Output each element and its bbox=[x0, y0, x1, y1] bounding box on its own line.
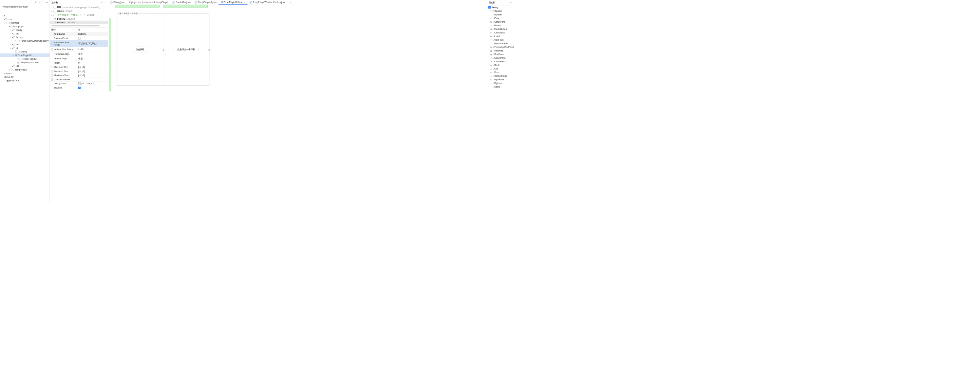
palette-item[interactable]: ⊟JTree bbox=[487, 70, 514, 74]
property-row[interactable]: Horizontal Align填充 bbox=[50, 51, 108, 56]
button1-preview[interactable]: 点击弹出一个弹框 bbox=[173, 47, 199, 53]
component-tree-item[interactable]: OK button1 : JButton bbox=[50, 21, 108, 24]
gear-icon[interactable]: ⚙ bbox=[510, 1, 512, 4]
project-tree-item[interactable]: ›▸▢test bbox=[0, 43, 49, 46]
palette-item[interactable]: AbJFormattedTextField bbox=[487, 45, 514, 49]
project-tree-item[interactable]: C ⬡Dialog bbox=[0, 50, 49, 53]
palette-item[interactable]: ▦JTextArea bbox=[487, 49, 514, 53]
property-row[interactable]: field namebutton1 bbox=[50, 32, 108, 36]
palette-item[interactable]: OKJButton bbox=[487, 24, 514, 27]
property-row[interactable]: +Vertical Size Policy已修正 bbox=[50, 47, 108, 51]
close-icon[interactable]: × bbox=[244, 1, 245, 3]
drag-handle[interactable] bbox=[208, 50, 210, 51]
palette-item[interactable]: ▭JTabbedPane bbox=[487, 74, 514, 78]
project-tree-item[interactable]: C ⬡TempPluginUI bbox=[0, 57, 49, 61]
palette-item[interactable]: ⊞JTable bbox=[487, 63, 514, 67]
chevron-down-icon[interactable]: ⌄ bbox=[6, 25, 8, 28]
palette-item[interactable]: ▾JComboBox bbox=[487, 60, 514, 63]
project-tree-item[interactable]: ⌄▸▢tempplugin bbox=[0, 25, 49, 28]
editor-tab[interactable]: CDataInDto.java bbox=[170, 0, 192, 5]
chevron-right-icon[interactable]: › bbox=[9, 43, 11, 46]
palette-item[interactable]: ··JPasswordField bbox=[487, 42, 514, 45]
tabs-more[interactable]: ⌄ bbox=[288, 0, 293, 5]
palette-item[interactable]: AbJLabel bbox=[487, 34, 514, 38]
expand-icon[interactable]: + bbox=[51, 70, 53, 72]
project-tree-item[interactable]: ⌄▸▢factory bbox=[0, 35, 49, 39]
collapse-icon[interactable]: ⌃ bbox=[42, 1, 44, 3]
chevron-down-icon[interactable]: ⌄ bbox=[12, 54, 14, 57]
chevron-down-icon[interactable]: ⌄ bbox=[51, 6, 53, 8]
editor-tab[interactable]: ◈plugin.xml (com.example.tempPlugin) bbox=[126, 0, 170, 5]
editor-tab[interactable]: CTempPluginUI.java bbox=[192, 0, 218, 5]
form-panel[interactable]: 这个大概是一个标题！！！ 点击按钮 点击弹出一个弹框 ☺ bbox=[117, 13, 209, 86]
property-row[interactable]: Vertical Align中心 bbox=[50, 56, 108, 61]
project-tree-item[interactable]: ⌄▤TempPluginUI bbox=[0, 53, 49, 57]
expand-icon[interactable]: + bbox=[51, 66, 53, 68]
chevron-down-icon[interactable]: ⌄ bbox=[51, 10, 53, 13]
color-swatch[interactable] bbox=[78, 82, 81, 85]
property-row[interactable]: +Preferred Size[-1, -1] bbox=[50, 69, 108, 74]
component-tree-item[interactable]: ⌄ "这个大概是一个标题！！！" : JPanel bbox=[50, 13, 108, 17]
expand-icon[interactable]: + bbox=[51, 74, 53, 77]
project-tree-item[interactable]: C ⬡TempPluginWindowsFactory bbox=[0, 39, 49, 43]
palette-group[interactable]: ✓ Swing bbox=[487, 5, 514, 9]
button2-preview[interactable]: 点击按钮 bbox=[132, 47, 148, 53]
property-row[interactable]: background [247,248,250] bbox=[50, 82, 108, 86]
project-tree-item[interactable]: ›▸▢dto bbox=[0, 32, 49, 35]
project-tree-item[interactable]: ▤TempPluginUI.form bbox=[0, 61, 49, 64]
palette-item[interactable]: ↕JSpinner bbox=[487, 82, 514, 85]
palette-item[interactable]: ▤JScrollPane bbox=[487, 20, 514, 24]
chevron-right-icon[interactable]: › bbox=[9, 32, 11, 35]
hide-icon[interactable]: — bbox=[46, 1, 48, 3]
property-row[interactable]: enabled✓ bbox=[50, 86, 108, 90]
chevron-down-icon[interactable]: ⌄ bbox=[4, 22, 6, 24]
drag-handle[interactable] bbox=[163, 50, 164, 51]
component-tree-item[interactable]: OK button2 : JButton bbox=[50, 17, 108, 21]
minimize-icon[interactable]: — bbox=[104, 1, 107, 4]
palette-item[interactable]: ⌶JTextField bbox=[487, 38, 514, 42]
target-icon[interactable]: ⊕ bbox=[35, 1, 37, 3]
project-tree-item[interactable]: ▸▢com bbox=[0, 18, 49, 21]
checkbox-empty-icon[interactable] bbox=[78, 37, 81, 39]
project-tree-item[interactable]: ›▸▢util bbox=[0, 64, 49, 68]
palette-item[interactable]: ☑JCheckBox bbox=[487, 31, 514, 34]
palette-item[interactable]: ⊟JSplitPane bbox=[487, 78, 514, 82]
palette-item[interactable]: ⟷HSpacer bbox=[487, 9, 514, 13]
component-tree-item[interactable]: ⌄ panel1 : JPanel bbox=[50, 9, 108, 13]
expand-icon[interactable]: + bbox=[51, 43, 53, 45]
chevron-down-icon[interactable]: ⌄ bbox=[51, 14, 53, 16]
checkbox-checked-icon[interactable]: ✓ bbox=[78, 86, 81, 89]
scrollbar[interactable] bbox=[51, 25, 100, 26]
palette-item[interactable]: ▢JPanel bbox=[487, 16, 514, 20]
project-tree-item[interactable]: ⌄▸▢example bbox=[0, 21, 49, 25]
property-row[interactable]: +Client Properties bbox=[50, 77, 108, 82]
property-row[interactable]: Custom Create bbox=[50, 36, 108, 40]
chevron-down-icon[interactable]: ⌄ bbox=[9, 36, 11, 39]
chevron-down-icon[interactable]: ⌄ bbox=[9, 47, 11, 50]
project-tree-item[interactable]: C ⬡TempPlugin bbox=[0, 68, 49, 72]
palette-item[interactable]: ⊥VSpacer bbox=[487, 13, 514, 16]
gear-icon[interactable]: ⚙ bbox=[100, 1, 102, 4]
project-tree-item[interactable]: sources bbox=[0, 72, 49, 75]
expand-icon[interactable]: + bbox=[51, 78, 53, 80]
palette-item[interactable]: ≡JList bbox=[487, 67, 514, 70]
project-tree-item[interactable]: META-INF bbox=[0, 75, 49, 79]
chevron-right-icon[interactable]: › bbox=[9, 29, 11, 32]
project-tree-item[interactable]: ⌄▸▢ui bbox=[0, 46, 49, 50]
chevron-right-icon[interactable]: › bbox=[9, 65, 11, 67]
palette-item[interactable]: AJEditorPane bbox=[487, 56, 514, 60]
editor-tab[interactable]: ▤TempPluginUI.form× bbox=[218, 0, 247, 5]
expand-icon[interactable]: + bbox=[51, 48, 53, 50]
palette-item[interactable]: ▦JTextPane bbox=[487, 53, 514, 56]
property-row[interactable]: +Maximum Size[-1, -1] bbox=[50, 73, 108, 77]
project-tree-item[interactable]: ▦plugin.xml bbox=[0, 79, 49, 82]
project-tree-item[interactable]: ›▸▢config bbox=[0, 28, 49, 32]
property-row[interactable]: +Minimum Size[-1, -1] bbox=[50, 65, 108, 69]
grid-cell[interactable]: 点击弹出一个弹框 ☺ bbox=[163, 13, 209, 85]
property-row[interactable]: Indent0 bbox=[50, 61, 108, 65]
palette-item[interactable]: ◉JRadioButton bbox=[487, 27, 514, 31]
editor-tab[interactable]: CTempPluginWindowsFactory.java bbox=[247, 0, 287, 5]
component-tree-item[interactable]: ⌄ 窗体 (com.example.tempplugin.ui.TempPlug bbox=[50, 5, 108, 10]
project-tree-item[interactable]: a bbox=[0, 14, 49, 18]
designer-canvas[interactable]: ↔ ↔ 这个大概是一个标题！！！ 点击按钮 点击弹出一个弹框 bbox=[108, 5, 487, 203]
